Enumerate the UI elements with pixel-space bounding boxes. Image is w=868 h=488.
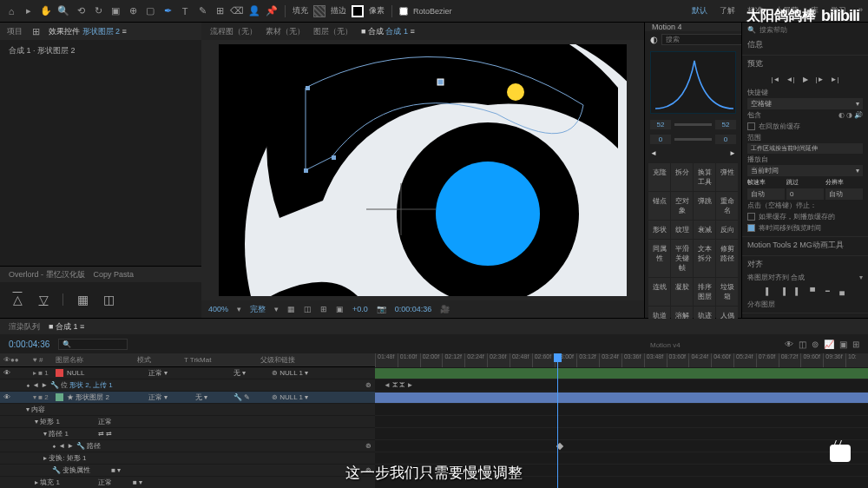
shape-tool-icon[interactable]: ▢ bbox=[144, 5, 156, 17]
tab-footage[interactable]: 素材（无） bbox=[266, 26, 305, 37]
zoom-tool-icon[interactable]: 🔍 bbox=[57, 5, 69, 17]
ease-curve[interactable] bbox=[650, 51, 736, 114]
prop-transform-rect[interactable]: ▸ 变换: 矩形 1 bbox=[0, 452, 375, 465]
hand-tool-icon[interactable]: ✋ bbox=[40, 5, 52, 17]
push-down-icon[interactable]: ▽ bbox=[35, 291, 52, 308]
learn-link[interactable]: 了解 bbox=[720, 5, 735, 16]
align-right-icon[interactable]: ▌ bbox=[792, 286, 804, 296]
snapshot-icon[interactable]: 📷 bbox=[377, 305, 386, 313]
zoom-level[interactable]: 400% bbox=[208, 305, 228, 313]
btn-shape[interactable]: 形状 bbox=[648, 221, 670, 239]
motion-blur-icon[interactable]: ⊚ bbox=[812, 340, 819, 349]
prop-path[interactable]: ⬥ ◄ ► 🔧 路径⊚ bbox=[0, 440, 375, 452]
tab-project[interactable]: 项目 bbox=[7, 26, 23, 37]
viewer[interactable] bbox=[201, 40, 644, 300]
prev-frame-icon[interactable]: ◄| bbox=[785, 74, 797, 84]
btn-trim[interactable]: 修剪路径 bbox=[716, 240, 738, 277]
current-timecode[interactable]: 0:00:04:36 bbox=[9, 340, 49, 349]
tab-comp[interactable]: ■ 合成 合成 1 ≡ bbox=[361, 26, 415, 37]
tab-comp1[interactable]: ■ 合成 1 ≡ bbox=[49, 321, 84, 333]
back-icon[interactable]: ◄ bbox=[650, 149, 657, 157]
align-bottom-icon[interactable]: ▄ bbox=[836, 286, 848, 296]
ease-out-value[interactable]: 52 bbox=[715, 120, 736, 129]
sync-icon[interactable]: ⊞ bbox=[30, 25, 42, 37]
cache-checkbox[interactable] bbox=[747, 122, 755, 130]
stroke-swatch[interactable] bbox=[352, 5, 364, 17]
puppet-tool-icon[interactable]: 📌 bbox=[266, 5, 278, 17]
pen-tool-icon[interactable]: ✒ bbox=[161, 5, 174, 17]
btn-same[interactable]: 同属性 bbox=[648, 240, 670, 277]
exposure[interactable]: +0.0 bbox=[352, 305, 368, 313]
btn-clone[interactable]: 克隆 bbox=[648, 163, 670, 191]
graph-icon[interactable]: 📈 bbox=[824, 340, 834, 349]
stroke-label[interactable]: 描边 bbox=[331, 5, 346, 16]
layer-row-2[interactable]: 👁 ▾ ■ 2 ★ 形状图层 2 正常 ▾ 无 ▾ 🔧 ✎ ⊚ NULL 1 ▾ bbox=[0, 392, 375, 404]
shy-icon[interactable]: 👁 bbox=[785, 340, 793, 349]
resolution[interactable]: 完整 bbox=[250, 304, 266, 315]
mask-icon[interactable]: ◫ bbox=[304, 305, 312, 313]
ease-in-value[interactable]: 52 bbox=[650, 120, 671, 129]
channel-icon[interactable]: ▣ bbox=[336, 305, 344, 313]
fill-swatch[interactable] bbox=[313, 5, 326, 17]
tab-overlord[interactable]: Overlord - 墨忆汉化版 bbox=[9, 269, 85, 280]
fwd-icon[interactable]: ► bbox=[729, 149, 736, 157]
btn-trash[interactable]: 垃圾箱 bbox=[716, 278, 738, 306]
fill-label[interactable]: 填充 bbox=[293, 5, 308, 16]
align-vcenter-icon[interactable]: ━ bbox=[821, 286, 833, 296]
default-link[interactable]: 默认 bbox=[692, 5, 707, 16]
ease-icon[interactable]: ◐ bbox=[650, 35, 658, 44]
range-dropdown[interactable]: 工作区域按当前时间延伸 bbox=[747, 143, 863, 154]
clone-tool-icon[interactable]: ⊞ bbox=[214, 5, 226, 17]
align-top-icon[interactable]: ▀ bbox=[806, 286, 819, 296]
cache-play-checkbox[interactable] bbox=[747, 213, 755, 221]
canvas[interactable] bbox=[219, 44, 627, 296]
grid-icon[interactable]: ▦ bbox=[287, 305, 295, 313]
prop-fill[interactable]: ▸ 填充 1正常■ ▾ bbox=[0, 477, 375, 488]
roto-tool-icon[interactable]: 👤 bbox=[248, 5, 260, 17]
next-frame-icon[interactable]: |► bbox=[814, 74, 826, 84]
prop-path1[interactable]: ▾ 路径 1⇄ ⇄ bbox=[0, 428, 375, 440]
viewer-time[interactable]: 0:00:04:36 bbox=[395, 305, 432, 313]
tab-effect-controls[interactable]: 效果控件 形状图层 2 ≡ bbox=[49, 26, 127, 37]
btn-gel[interactable]: 凝胶 bbox=[671, 278, 693, 306]
prop-transform-prop[interactable]: 🔧 变换属性■ ▾⊚ bbox=[0, 465, 375, 477]
btn-elastic[interactable]: 弹性 bbox=[716, 163, 738, 191]
play-icon[interactable]: ▶ bbox=[799, 74, 812, 84]
align-left-icon[interactable]: ▌ bbox=[762, 286, 774, 296]
prop-position[interactable]: ⬥ ◄ ► 🔧 位 形状 2, 上传 1 ⊚ bbox=[0, 379, 375, 392]
influence-slider[interactable]: 0 0 bbox=[645, 132, 741, 147]
frame-blend-icon[interactable]: ◫ bbox=[799, 340, 806, 349]
playhead[interactable] bbox=[557, 353, 558, 488]
grid-icon[interactable]: ▦ bbox=[74, 291, 91, 308]
orbit-tool-icon[interactable]: ⟲ bbox=[75, 5, 87, 17]
btn-sort[interactable]: 排序图层 bbox=[694, 278, 715, 306]
btn-rename[interactable]: 重命名 bbox=[716, 192, 738, 220]
timeline-search[interactable] bbox=[58, 339, 128, 350]
switches-icon[interactable]: ⊞ bbox=[852, 340, 859, 349]
tab-copypasta[interactable]: Copy Pasta bbox=[94, 270, 135, 279]
camera-icon[interactable]: 🎥 bbox=[440, 305, 450, 313]
last-frame-icon[interactable]: ►| bbox=[829, 74, 841, 84]
btn-decay[interactable]: 衰减 bbox=[694, 221, 715, 239]
first-frame-icon[interactable]: |◄ bbox=[770, 74, 782, 84]
text-tool-icon[interactable]: T bbox=[179, 5, 191, 17]
btn-smooth[interactable]: 平滑关键帧 bbox=[671, 240, 693, 277]
selection-tool-icon[interactable]: ▸ bbox=[23, 5, 35, 17]
playfrom-dropdown[interactable]: 当前时间▾ bbox=[747, 165, 863, 176]
brush-tool-icon[interactable]: ✎ bbox=[196, 5, 208, 17]
align-hcenter-icon[interactable]: ▐ bbox=[777, 286, 789, 296]
ease-in-slider[interactable]: 52 52 bbox=[645, 117, 741, 132]
rotobezier-checkbox[interactable] bbox=[399, 7, 408, 16]
btn-split[interactable]: 拆分 bbox=[671, 163, 693, 191]
tab-flowchart[interactable]: 流程图（无） bbox=[210, 26, 257, 37]
home-icon[interactable]: ⌂ bbox=[5, 5, 17, 17]
shortcut-dropdown[interactable]: 空格键▾ bbox=[747, 98, 863, 109]
btn-anchor[interactable]: 锚点 bbox=[648, 192, 670, 220]
tab-layer[interactable]: 图层（无） bbox=[313, 26, 352, 37]
prop-rect[interactable]: ▾ 矩形 1正常 bbox=[0, 416, 375, 428]
btn-texture[interactable]: 纹理 bbox=[671, 221, 693, 239]
btn-convert[interactable]: 换算工具 bbox=[694, 163, 715, 191]
guides-icon[interactable]: ⊞ bbox=[320, 305, 327, 313]
eraser-tool-icon[interactable]: ⌫ bbox=[231, 5, 243, 17]
prop-contents[interactable]: ▾ 内容 bbox=[0, 404, 375, 416]
